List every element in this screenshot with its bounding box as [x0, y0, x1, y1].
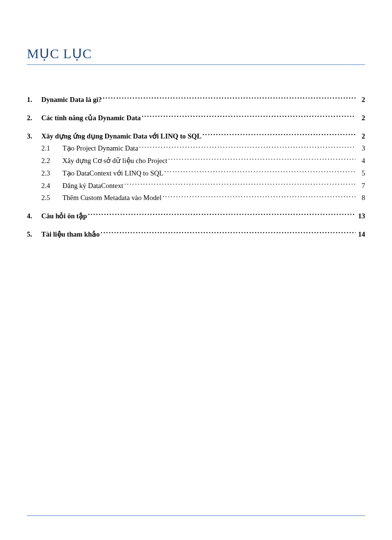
toc-entry-2: 2. Các tính năng của Dynamic Data 2	[27, 113, 365, 124]
toc-page: 8	[356, 193, 365, 203]
toc-page: 14	[356, 229, 365, 240]
toc-entry-4: 4. Câu hỏi ôn tập 13	[27, 211, 365, 222]
toc-number: 2.5	[41, 193, 62, 203]
toc-number: 2.3	[41, 168, 62, 179]
toc-text: Xây dựng ứng dụng Dynamic Data với LINQ …	[41, 131, 201, 142]
toc-leader	[164, 168, 355, 176]
toc-text: Câu hỏi ôn tập	[41, 211, 87, 222]
toc-entry-5: 5. Tài liệu tham khảo 14	[27, 229, 365, 240]
toc-entry-3-5: 2.5 Thêm Custom Metadata vào Model 8	[27, 193, 365, 203]
toc-leader	[124, 181, 355, 188]
toc-text: Tạo DataContext với LINQ to SQL	[62, 168, 163, 179]
toc-page: 2	[356, 131, 365, 142]
toc-text: Đăng ký DataContext	[62, 181, 123, 191]
toc-number: 4.	[27, 211, 41, 222]
toc-page: 5	[356, 168, 365, 179]
toc-leader	[142, 113, 355, 120]
toc-entry-1: 1. Dynamic Data là gì? 2	[27, 95, 365, 105]
toc-number: 2.4	[41, 181, 62, 191]
toc-page: 7	[356, 181, 365, 191]
toc-leader	[162, 193, 355, 201]
toc-leader	[139, 144, 355, 151]
toc-page: 4	[356, 156, 365, 166]
toc-page: 13	[356, 211, 365, 222]
toc-text: Thêm Custom Metadata vào Model	[62, 193, 161, 203]
table-of-contents: 1. Dynamic Data là gì? 2 2. Các tính năn…	[27, 95, 365, 240]
toc-entry-3: 3. Xây dựng ứng dụng Dynamic Data với LI…	[27, 131, 365, 142]
footer-rule	[27, 515, 365, 516]
toc-leader	[168, 156, 355, 163]
toc-number: 2.2	[41, 156, 62, 166]
toc-text: Xây dựng Cơ sở dữ liệu cho Project	[62, 156, 167, 166]
toc-entry-3-1: 2.1 Tạo Project Dynamic Data 3	[27, 143, 365, 154]
toc-number: 1.	[27, 95, 41, 105]
title-underline	[27, 64, 365, 65]
toc-number: 5.	[27, 229, 41, 240]
toc-text: Tạo Project Dynamic Data	[62, 143, 138, 154]
toc-page: 2	[356, 95, 365, 105]
toc-number: 3.	[27, 131, 41, 142]
toc-leader	[103, 95, 355, 102]
toc-leader	[101, 229, 355, 237]
toc-page: 3	[356, 143, 365, 154]
toc-leader	[88, 212, 355, 219]
toc-page: 2	[356, 113, 365, 124]
toc-leader	[202, 131, 355, 138]
toc-text: Tài liệu tham khảo	[41, 229, 100, 240]
page-title: MỤC LỤC	[27, 46, 365, 62]
toc-number: 2.	[27, 113, 41, 124]
toc-entry-3-4: 2.4 Đăng ký DataContext 7	[27, 181, 365, 191]
toc-entry-3-3: 2.3 Tạo DataContext với LINQ to SQL 5	[27, 168, 365, 179]
toc-number: 2.1	[41, 143, 62, 154]
toc-entry-3-2: 2.2 Xây dựng Cơ sở dữ liệu cho Project 4	[27, 156, 365, 166]
toc-text: Dynamic Data là gì?	[41, 95, 102, 105]
toc-text: Các tính năng của Dynamic Data	[41, 113, 141, 124]
